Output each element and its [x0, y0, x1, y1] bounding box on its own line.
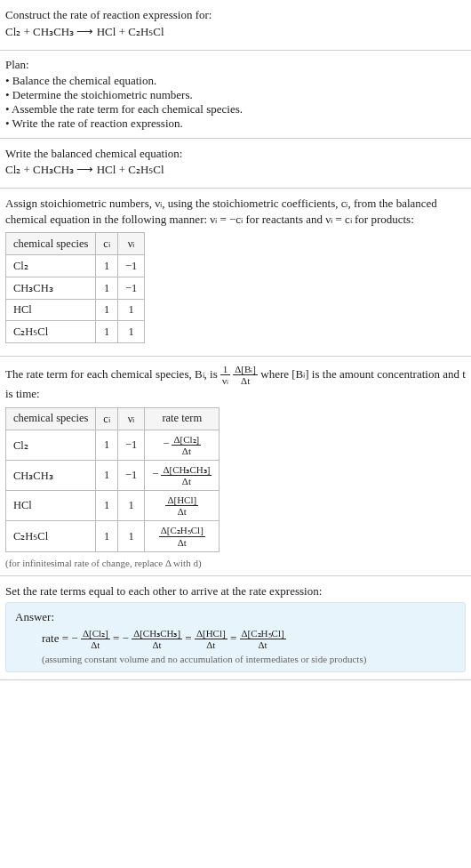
answer-equation: rate = − Δ[Cl₂]Δt = − Δ[CH₃CH₃]Δt = Δ[HC…: [42, 628, 456, 650]
cell-rateterm: − Δ[CH₃CH₃]Δt: [145, 461, 220, 491]
frac-dB-dt: Δ[Bᵢ] Δt: [233, 364, 258, 386]
final-title: Set the rate terms equal to each other t…: [5, 583, 466, 599]
frac-den: Δt: [132, 639, 182, 650]
term-frac: Δ[C₂H₅Cl]Δt: [240, 628, 286, 650]
cell-c: 1: [96, 255, 118, 277]
cell-c: 1: [96, 321, 118, 343]
rateterm-section: The rate term for each chemical species,…: [0, 357, 471, 575]
frac-den: Δt: [159, 537, 205, 548]
frac-num: Δ[Cl₂]: [172, 434, 201, 446]
frac-den: Δt: [81, 639, 110, 650]
answer-note: (assuming constant volume and no accumul…: [42, 654, 456, 664]
table-row: Cl₂ 1 −1: [6, 255, 145, 277]
table-row: C₂H₅Cl 1 1 Δ[C₂H₅Cl]Δt: [6, 521, 220, 551]
cell-v: 1: [117, 321, 144, 343]
cell-v: −1: [117, 430, 144, 460]
rate-frac: Δ[Cl₂]Δt: [172, 434, 201, 456]
cell-c: 1: [96, 521, 118, 551]
table-header-row: chemical species cᵢ νᵢ: [6, 233, 145, 255]
cell-rateterm: Δ[HCl]Δt: [145, 491, 220, 521]
term-frac: Δ[CH₃CH₃]Δt: [132, 628, 182, 650]
frac-num: Δ[CH₃CH₃]: [161, 464, 212, 476]
table-header-row: chemical species cᵢ νᵢ rate term: [6, 407, 220, 430]
table-row: HCl 1 1 Δ[HCl]Δt: [6, 491, 220, 521]
rate-label: rate = −: [42, 631, 81, 645]
answer-box: Answer: rate = − Δ[Cl₂]Δt = − Δ[CH₃CH₃]Δ…: [5, 602, 466, 672]
frac-den: νᵢ: [220, 375, 230, 386]
frac-den: Δt: [240, 639, 286, 650]
plan-item: • Assemble the rate term for each chemic…: [5, 102, 466, 117]
rateterm-caption: (for infinitesimal rate of change, repla…: [5, 558, 466, 568]
col-species: chemical species: [6, 233, 96, 255]
plan-item: • Write the rate of reaction expression.: [5, 117, 466, 131]
plan-item: • Balance the chemical equation.: [5, 74, 466, 88]
sign: −: [152, 469, 161, 481]
answer-label: Answer:: [15, 610, 456, 624]
col-c: cᵢ: [96, 233, 118, 255]
frac-num: 1: [220, 364, 230, 375]
cell-v: 1: [117, 491, 144, 521]
cell-species: C₂H₅Cl: [6, 321, 96, 343]
table-row: Cl₂ 1 −1 − Δ[Cl₂]Δt: [6, 430, 220, 460]
rate-frac: Δ[HCl]Δt: [165, 494, 198, 517]
cell-c: 1: [96, 461, 118, 491]
cell-rateterm: − Δ[Cl₂]Δt: [145, 430, 220, 460]
col-v: νᵢ: [117, 407, 144, 430]
frac-den: Δt: [172, 446, 201, 456]
cell-c: 1: [96, 430, 118, 460]
cell-v: 1: [117, 521, 144, 551]
col-species: chemical species: [6, 407, 96, 430]
rate-frac: Δ[C₂H₅Cl]Δt: [159, 525, 205, 547]
cell-v: −1: [117, 255, 144, 277]
plan-item: • Determine the stoichiometric numbers.: [5, 88, 466, 102]
stoich-section: Assign stoichiometric numbers, νᵢ, using…: [0, 189, 471, 357]
prompt-section: Construct the rate of reaction expressio…: [0, 0, 471, 51]
eq-sep: =: [230, 631, 240, 645]
frac-num: Δ[Cl₂]: [81, 628, 110, 639]
balanced-section: Write the balanced chemical equation: Cl…: [0, 139, 471, 189]
plan-section: Plan: • Balance the chemical equation. •…: [0, 51, 471, 139]
frac-one-over-nu: 1 νᵢ: [220, 364, 230, 386]
cell-species: Cl₂: [6, 255, 96, 277]
table-row: CH₃CH₃ 1 −1 − Δ[CH₃CH₃]Δt: [6, 461, 220, 491]
cell-v: −1: [117, 277, 144, 300]
cell-rateterm: Δ[C₂H₅Cl]Δt: [145, 521, 220, 551]
final-section: Set the rate terms equal to each other t…: [0, 576, 471, 681]
cell-species: CH₃CH₃: [6, 461, 96, 491]
cell-c: 1: [96, 277, 118, 300]
cell-species: Cl₂: [6, 430, 96, 460]
rateterm-intro-pre: The rate term for each chemical species,…: [5, 367, 220, 381]
frac-den: Δt: [165, 506, 198, 517]
cell-v: −1: [117, 461, 144, 491]
col-c: cᵢ: [96, 407, 118, 430]
cell-species: C₂H₅Cl: [6, 521, 96, 551]
frac-num: Δ[C₂H₅Cl]: [240, 628, 286, 639]
sign: −: [163, 438, 172, 450]
balanced-equation: Cl₂ + CH₃CH₃ ⟶ HCl + C₂H₅Cl: [5, 163, 466, 177]
frac-den: Δt: [233, 375, 258, 386]
balanced-title: Write the balanced chemical equation:: [5, 146, 466, 162]
cell-c: 1: [96, 300, 118, 321]
frac-num: Δ[HCl]: [195, 628, 228, 639]
cell-v: 1: [117, 300, 144, 321]
frac-num: Δ[Bᵢ]: [233, 364, 258, 375]
rateterm-table: chemical species cᵢ νᵢ rate term Cl₂ 1 −…: [5, 407, 220, 552]
frac-den: Δt: [195, 639, 228, 650]
frac-den: Δt: [161, 476, 212, 486]
col-v: νᵢ: [117, 233, 144, 255]
cell-species: CH₃CH₃: [6, 277, 96, 300]
cell-c: 1: [96, 491, 118, 521]
prompt-text: Construct the rate of reaction expressio…: [5, 7, 466, 23]
col-rateterm: rate term: [145, 407, 220, 430]
stoich-intro: Assign stoichiometric numbers, νᵢ, using…: [5, 196, 466, 227]
cell-species: HCl: [6, 300, 96, 321]
stoich-table: chemical species cᵢ νᵢ Cl₂ 1 −1 CH₃CH₃ 1…: [5, 232, 145, 343]
eq-sep: = −: [113, 631, 132, 645]
table-row: C₂H₅Cl 1 1: [6, 321, 145, 343]
term-frac: Δ[HCl]Δt: [195, 628, 228, 650]
rate-frac: Δ[CH₃CH₃]Δt: [161, 464, 212, 486]
table-row: HCl 1 1: [6, 300, 145, 321]
plan-title: Plan:: [5, 58, 466, 72]
rateterm-intro: The rate term for each chemical species,…: [5, 364, 466, 402]
eq-sep: =: [185, 631, 195, 645]
